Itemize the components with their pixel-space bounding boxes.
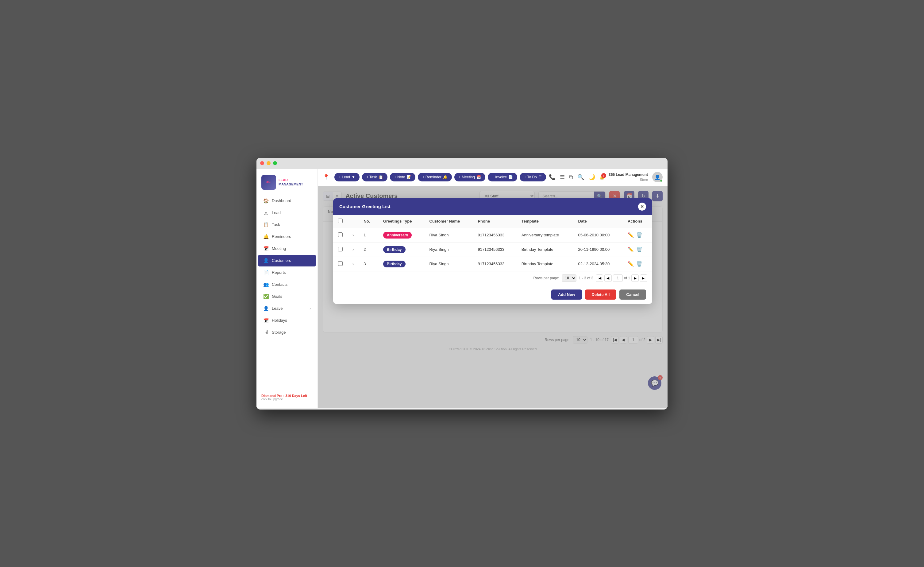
sidebar-item-customers[interactable]: 👤 Customers (258, 255, 316, 266)
maximize-button[interactable] (273, 161, 277, 165)
sidebar-item-leave[interactable]: 👤 Leave › (258, 303, 316, 314)
table-header-row: No. Greetings Type Customer Name Phone T… (333, 215, 652, 228)
sidebar-item-lead[interactable]: ◬ Lead (258, 207, 316, 218)
row-checkbox-3[interactable] (338, 261, 343, 266)
expand-arrow-1[interactable]: › (352, 233, 354, 237)
add-meeting-button[interactable]: + Meeting 📅 (454, 173, 485, 181)
notification-badge[interactable]: 🔔 3 (599, 175, 604, 180)
sidebar-label-contacts: Contacts (272, 282, 288, 287)
list-icon[interactable]: ☰ (560, 174, 565, 180)
lead-filter-icon: ▼ (351, 175, 355, 179)
company-sub: Store (609, 177, 648, 182)
modal-last-page[interactable]: ▶| (640, 274, 647, 282)
todo-nav-icon: ☰ (538, 175, 542, 179)
invoice-nav-icon: 📄 (508, 175, 513, 179)
add-invoice-button[interactable]: + Invoice 📄 (488, 173, 517, 181)
add-note-button[interactable]: + Note 📝 (390, 173, 416, 181)
user-avatar[interactable]: 👤 (652, 172, 663, 182)
th-no: No. (358, 215, 378, 228)
sidebar-item-reminders[interactable]: 🔔 Reminders (258, 231, 316, 242)
minimize-button[interactable] (267, 161, 271, 165)
row-type-1: Anniversary (378, 228, 424, 242)
add-lead-button[interactable]: + Lead ▼ (334, 173, 360, 181)
close-button[interactable] (260, 161, 264, 165)
moon-icon[interactable]: 🌙 (588, 174, 595, 180)
sidebar-label-reminders: Reminders (272, 234, 291, 239)
expand-arrow-2[interactable]: › (352, 247, 354, 252)
modal-footer: Add New Delete All Cancel (333, 285, 652, 304)
add-reminder-button[interactable]: + Reminder 🔔 (418, 173, 452, 181)
expand-arrow-3[interactable]: › (352, 262, 354, 266)
sidebar-item-contacts[interactable]: 👥 Contacts (258, 279, 316, 290)
copy-icon[interactable]: ⧉ (569, 174, 573, 180)
sidebar-item-storage[interactable]: 🗄 Storage (258, 326, 316, 338)
edit-button-3[interactable]: ✏️ (628, 261, 634, 267)
delete-button-3[interactable]: 🗑️ (636, 261, 642, 267)
sidebar: 365 LEADMANAGEMENT 🏠 Dashboard ◬ Lead 📋 … (256, 169, 318, 408)
row-type-2: Birthday (378, 242, 424, 257)
holidays-icon: 📅 (263, 318, 269, 323)
modal-close-button[interactable]: ✕ (638, 203, 646, 211)
th-phone: Phone (473, 215, 516, 228)
note-nav-icon: 📝 (406, 175, 411, 179)
delete-button-2[interactable]: 🗑️ (636, 247, 642, 252)
row-template-2: Birthday Template (517, 242, 573, 257)
upgrade-text[interactable]: Diamond Pro : 310 Days Left (261, 394, 313, 397)
row-checkbox-1[interactable] (338, 232, 343, 237)
meeting-icon: 📅 (263, 246, 269, 251)
th-template: Template (517, 215, 573, 228)
modal-first-page[interactable]: |◀ (596, 274, 603, 282)
row-checkbox-cell (333, 228, 348, 242)
modal-header: Customer Greeting List ✕ (333, 198, 652, 215)
add-todo-label: + To Do (524, 175, 537, 179)
customer-greeting-modal: Customer Greeting List ✕ (333, 198, 652, 304)
reminders-icon: 🔔 (263, 234, 269, 239)
th-date: Date (573, 215, 623, 228)
edit-button-1[interactable]: ✏️ (628, 232, 634, 238)
sidebar-item-goals[interactable]: ✅ Goals (258, 291, 316, 302)
select-all-checkbox[interactable] (338, 218, 343, 223)
app-window: 365 LEADMANAGEMENT 🏠 Dashboard ◬ Lead 📋 … (256, 158, 668, 409)
sidebar-item-reports[interactable]: 📄 Reports (258, 267, 316, 278)
table-row: › 3 Birthday Riya Singh 917123456333 Bir… (333, 257, 652, 271)
add-new-button[interactable]: Add New (551, 289, 582, 299)
notification-count: 3 (601, 173, 606, 178)
add-todo-button[interactable]: + To Do ☰ (520, 173, 546, 181)
row-no-1: 1 (358, 228, 378, 242)
delete-button-1[interactable]: 🗑️ (636, 232, 642, 238)
cancel-button[interactable]: Cancel (620, 289, 646, 299)
edit-button-2[interactable]: ✏️ (628, 247, 634, 252)
add-lead-label: + Lead (339, 175, 350, 179)
modal-rows-select[interactable]: 10 (562, 274, 576, 282)
company-info: 365 Lead Management Store (609, 173, 648, 182)
goals-icon: ✅ (263, 294, 269, 299)
delete-all-button[interactable]: Delete All (585, 289, 616, 299)
row-type-3: Birthday (378, 257, 424, 271)
row-no-3: 3 (358, 257, 378, 271)
modal-body: No. Greetings Type Customer Name Phone T… (333, 215, 652, 271)
sidebar-item-task[interactable]: 📋 Task (258, 219, 316, 230)
row-template-3: Birthday Template (517, 257, 573, 271)
sidebar-item-holidays[interactable]: 📅 Holidays (258, 315, 316, 326)
location-icon: 📍 (323, 174, 330, 180)
logo-text: LEADMANAGEMENT (279, 178, 303, 186)
search-icon[interactable]: 🔍 (578, 174, 584, 180)
reports-icon: 📄 (263, 270, 269, 275)
row-checkbox-2[interactable] (338, 247, 343, 251)
greeting-table: No. Greetings Type Customer Name Phone T… (333, 215, 652, 271)
th-checkbox (333, 215, 348, 228)
row-no-2: 2 (358, 242, 378, 257)
add-task-button[interactable]: + Task 📋 (362, 173, 387, 181)
row-expand-cell: › (348, 257, 358, 271)
add-note-label: + Note (394, 175, 405, 179)
sidebar-item-meeting[interactable]: 📅 Meeting (258, 243, 316, 254)
modal-next-page[interactable]: ▶ (632, 274, 639, 282)
sidebar-item-dashboard[interactable]: 🏠 Dashboard (258, 195, 316, 207)
modal-prev-page[interactable]: ◀ (604, 274, 612, 282)
customers-icon: 👤 (263, 258, 269, 263)
sidebar-label-lead: Lead (272, 210, 281, 215)
modal-title: Customer Greeting List (339, 204, 390, 209)
modal-current-page[interactable] (613, 274, 623, 282)
phone-icon[interactable]: 📞 (549, 174, 556, 180)
sidebar-label-meeting: Meeting (272, 246, 286, 251)
